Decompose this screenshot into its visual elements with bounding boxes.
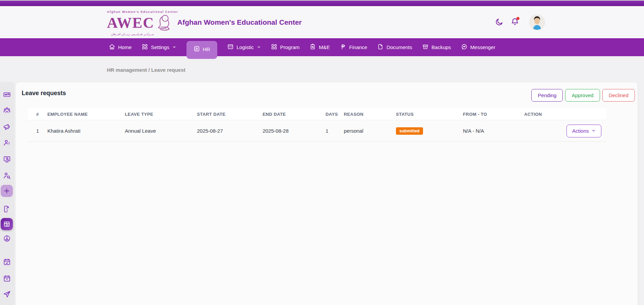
cell-num: 1 xyxy=(36,128,47,134)
archive-icon xyxy=(422,44,428,51)
col-days: DAYS xyxy=(326,112,344,117)
chevron-down-icon xyxy=(172,44,176,50)
cell-end-date: 2025-08-28 xyxy=(263,128,326,134)
logo-woman-figure-icon xyxy=(155,14,173,32)
nav-label: M&E xyxy=(319,44,330,50)
col-reason: REASON xyxy=(344,112,396,117)
user-alert-icon[interactable] xyxy=(1,137,13,148)
megaphone-icon[interactable] xyxy=(1,121,13,132)
col-start-date: START DATE xyxy=(197,112,263,117)
nav-item-hr[interactable]: HR xyxy=(186,41,217,59)
page-title: Afghan Women's Educational Center xyxy=(177,18,302,26)
header-actions xyxy=(494,6,545,38)
grid-icon xyxy=(271,44,277,51)
table-header-row: # EMPLOYEE NAME LEAVE TYPE START DATE EN… xyxy=(28,108,606,120)
col-status: STATUS xyxy=(396,112,463,117)
cell-action: Actions xyxy=(524,125,606,137)
avatar[interactable] xyxy=(529,15,545,30)
address-book-icon xyxy=(194,46,200,53)
exit-icon[interactable] xyxy=(1,203,13,215)
col-leave-type: LEAVE TYPE xyxy=(125,112,197,117)
nav-label: HR xyxy=(203,46,210,52)
nav-label: Finance xyxy=(349,44,367,50)
logo-arabic-text: مــرکــز تعــلیــمی زنـــان افـــغان xyxy=(107,32,158,36)
actions-dropdown-button[interactable]: Actions xyxy=(567,125,601,137)
approved-filter-button[interactable]: Approved xyxy=(565,89,600,102)
cell-status: submitted xyxy=(396,127,463,135)
nav-label: Backups xyxy=(431,44,451,50)
leave-requests-table: # EMPLOYEE NAME LEAVE TYPE START DATE EN… xyxy=(28,108,606,142)
col-end-date: END DATE xyxy=(263,112,326,117)
table-row: 1 Khatira Ashrati Annual Leave 2025-08-2… xyxy=(28,120,606,142)
app-header: Afghan Women's Educational Center AWEC م… xyxy=(0,6,644,38)
logo-acronym: AWEC xyxy=(107,16,154,30)
screen-search-icon[interactable] xyxy=(1,153,13,165)
peace-icon[interactable] xyxy=(1,233,13,244)
top-accent-bar xyxy=(0,0,644,6)
nav-label: Home xyxy=(118,44,132,50)
currency-icon xyxy=(340,44,346,51)
grid-icon xyxy=(142,44,148,51)
cell-leave-type: Annual Leave xyxy=(125,128,197,134)
notifications-button[interactable] xyxy=(510,17,520,27)
nav-label: Settings xyxy=(151,44,169,50)
status-badge: submitted xyxy=(396,127,423,135)
calendar-icon[interactable] xyxy=(1,273,13,284)
col-num: # xyxy=(36,112,47,117)
chevron-down-icon xyxy=(257,44,261,50)
sidebar xyxy=(0,82,14,305)
nav-label: Program xyxy=(280,44,300,50)
card-list-icon xyxy=(227,44,234,51)
nav-item-home[interactable]: Home xyxy=(109,44,132,51)
calendar-check-icon[interactable] xyxy=(1,256,13,267)
nav-item-backups[interactable]: Backups xyxy=(422,44,451,51)
user-search-icon[interactable] xyxy=(1,170,13,181)
moon-icon xyxy=(495,18,504,27)
nav-item-logistic[interactable]: Logistic xyxy=(227,44,261,51)
nav-item-settings[interactable]: Settings xyxy=(142,44,176,51)
cell-employee-name: Khatira Ashrati xyxy=(47,128,125,134)
messenger-icon xyxy=(461,44,467,51)
users-group-icon[interactable] xyxy=(1,104,13,116)
chevron-down-icon xyxy=(592,128,596,134)
cell-start-date: 2025-08-27 xyxy=(197,128,263,134)
awec-logo[interactable]: Afghan Women's Educational Center AWEC م… xyxy=(107,10,171,36)
notification-dot xyxy=(516,17,519,20)
app-window: Afghan Women's Educational Center AWEC م… xyxy=(0,0,644,305)
declined-filter-button[interactable]: Declined xyxy=(602,89,635,102)
projector-icon[interactable] xyxy=(1,89,13,100)
table-icon[interactable] xyxy=(1,218,13,230)
send-icon[interactable] xyxy=(1,288,13,300)
dark-mode-toggle[interactable] xyxy=(494,17,504,27)
col-action: ACTION xyxy=(524,112,606,117)
cell-reason: personal xyxy=(344,128,396,134)
main-nav: Home Settings HR xyxy=(0,38,644,56)
home-icon xyxy=(109,44,115,51)
col-from-to: FROM - TO xyxy=(463,112,524,117)
nav-item-me[interactable]: M&E xyxy=(310,44,330,51)
breadcrumb: HR management / Leave request xyxy=(107,67,185,73)
nav-item-documents[interactable]: Documents xyxy=(377,44,412,51)
leave-requests-card: Leave requests Pending Approved Declined… xyxy=(16,82,638,305)
pending-filter-button[interactable]: Pending xyxy=(531,89,563,102)
nav-label: Messenger xyxy=(470,44,495,50)
card-title: Leave requests xyxy=(22,90,66,97)
nav-label: Documents xyxy=(386,44,412,50)
filter-buttons: Pending Approved Declined xyxy=(531,89,635,102)
nav-label: Logistic xyxy=(237,44,254,50)
nav-item-finance[interactable]: Finance xyxy=(340,44,367,51)
plus-button[interactable] xyxy=(1,185,13,197)
nav-item-messenger[interactable]: Messenger xyxy=(461,44,495,51)
nav-item-program[interactable]: Program xyxy=(271,44,300,51)
logo-top-text: Afghan Women's Educational Center xyxy=(107,10,171,14)
file-icon xyxy=(377,44,383,51)
actions-label: Actions xyxy=(572,128,589,134)
col-employee-name: EMPLOYEE NAME xyxy=(47,112,125,117)
cell-from-to: N/A - N/A xyxy=(463,128,524,134)
cell-days: 1 xyxy=(326,128,344,134)
clipboard-search-icon xyxy=(310,44,316,51)
